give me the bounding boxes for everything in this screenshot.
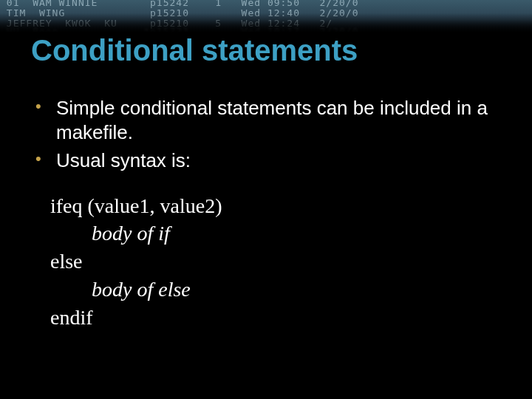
- code-line: else: [50, 248, 497, 276]
- bullet-item: Usual syntax is:: [31, 149, 497, 173]
- code-line: body of else: [50, 276, 497, 304]
- banner-text-r1: TIM WING p15210 Wed 12:40 2/20/0: [0, 8, 532, 18]
- code-block: ifeq (value1, value2) body of if else bo…: [50, 192, 497, 332]
- slide-title: Conditional statements: [31, 34, 358, 67]
- banner: 01 WAM WINNIE p15242 1 Wed 09:50 2/20/0 …: [0, 0, 532, 33]
- code-line: ifeq (value1, value2): [50, 192, 497, 220]
- bullet-list: Simple conditional statements can be inc…: [31, 96, 497, 173]
- banner-text-r0: 01 WAM WINNIE p15242 1 Wed 09:50 2/20/0: [0, 0, 532, 8]
- slide-body: Simple conditional statements can be inc…: [31, 96, 497, 331]
- slide: 01 WAM WINNIE p15242 1 Wed 09:50 2/20/0 …: [0, 0, 532, 399]
- code-line: body of if: [50, 219, 497, 248]
- code-line: endif: [50, 304, 497, 332]
- bullet-item: Simple conditional statements can be inc…: [31, 96, 497, 144]
- banner-text-r2: JEFFREY KWOK KU p15210 5 Wed 12:24 2/: [0, 18, 532, 29]
- banner-text-r3: HU Boon *p15723 Wed 10:17 2/20/0: [0, 27, 532, 33]
